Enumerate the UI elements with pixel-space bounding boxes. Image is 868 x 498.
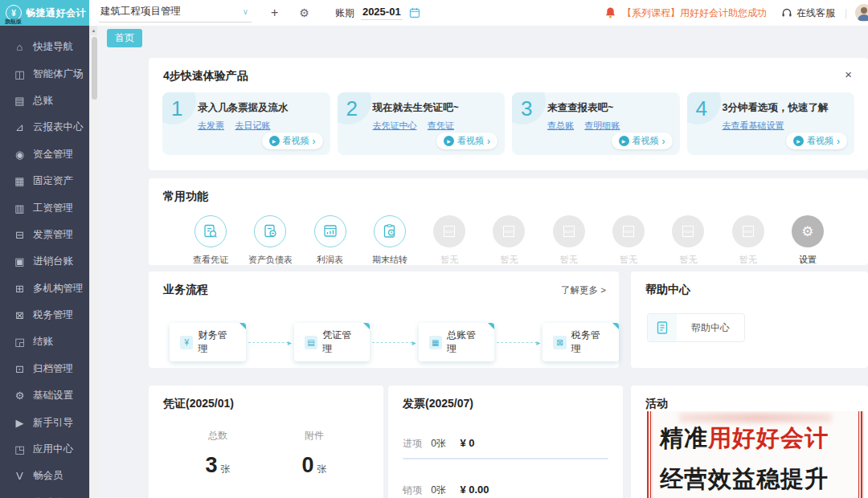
plaza-icon: ◫ [14,68,26,80]
sidebar-item-app-center[interactable]: ◳应用中心 [0,436,89,463]
step-title: 录入几条票据及流水 [198,101,322,115]
tax-icon: ⊠ [553,336,566,349]
sidebar-item-archive[interactable]: ⊡归档管理 [0,356,89,382]
voucher-total-label: 总数 [205,429,230,443]
sidebar-item-agent-plaza[interactable]: ◫智能体广场 [0,60,89,87]
scrollbar-thumb[interactable] [92,37,97,100]
bell-icon[interactable] [604,6,616,19]
sidebar-item-label: 快捷导航 [33,40,73,54]
sidebar-item-closing[interactable]: ◲结账 [0,329,89,355]
settings-gear-icon[interactable]: ⚙ [299,6,309,19]
workflow-node-voucher[interactable]: ▤ 凭证管理 [294,323,371,361]
step-number: 1 [171,96,182,121]
period-value[interactable]: 2025-01 [361,6,403,20]
sidebar-item-label: 税务管理 [33,308,73,322]
step-number: 3 [521,96,532,121]
tax-icon: ⊠ [14,309,26,321]
sidebar-item-fixed-assets[interactable]: ▦固定资产 [0,168,89,194]
user-avatar[interactable] [855,4,868,22]
sidebar-item-quick-nav[interactable]: ⌂快捷导航 [0,34,89,60]
sidebar-item-basic-settings[interactable]: ⚙基础设置 [0,382,89,409]
sidebar-item-label: 新手引导 [33,416,73,430]
finance-icon: ¥ [180,336,193,349]
function-profit-statement[interactable]: 利润表 [304,215,357,266]
sidebar-item-label: 畅会员 [33,469,63,483]
help-center-card[interactable]: 帮助中心 [647,313,745,342]
calendar-icon[interactable] [409,7,420,18]
sidebar-item-label: 发票管理 [33,228,73,242]
sidebar-scrollbar[interactable]: ▲ [89,26,97,498]
unit-label: 张 [317,463,327,475]
placeholder-icon: icon [553,215,585,247]
watch-video-button[interactable]: ▶ 看视频 › [612,133,673,149]
sidebar-menu: ⌂快捷导航 ◫智能体广场 ▤总账 ⊿云报表中心 ◉资金管理 ▦固定资产 ▥工资管… [0,26,89,498]
function-empty-slot: icon 暂无 [602,215,655,266]
link-go-journal[interactable]: 去日记账 [235,120,270,130]
link-view-voucher[interactable]: 查凭证 [428,120,454,130]
link-ledger[interactable]: 查总账 [547,120,574,130]
sidebar-item-member[interactable]: Ⅴ畅会员 [0,463,89,489]
watch-video-label: 看视频 [633,135,659,147]
sidebar-item-beginner-guide[interactable]: ▶新手引导 [0,409,89,435]
watch-video-label: 看视频 [457,135,484,147]
step-number: 2 [346,96,358,121]
watch-video-label: 看视频 [807,135,833,147]
sidebar-item-general-ledger[interactable]: ▤总账 [0,88,89,114]
close-icon[interactable]: × [845,67,852,81]
banner-watermark [679,413,832,422]
function-label: 设置 [799,254,817,266]
tab-home[interactable]: 首页 [107,29,142,47]
function-balance-sheet[interactable]: 资产负债表 [244,215,297,266]
function-period-end-closing[interactable]: 期末结转 [363,215,416,266]
invoice-input-label: 进项 [403,438,422,449]
play-icon: ▶ [444,136,454,146]
function-empty-slot: icon 暂无 [661,215,714,266]
function-label: 期末结转 [372,254,407,266]
sidebar-item-payroll[interactable]: ▥工资管理 [0,194,89,221]
promo-banner[interactable]: 精准用好好会计 经营效益稳提升 成本 / 费用管控 / ● 智能分析 ● 合规高… [647,411,864,498]
workflow-node-finance[interactable]: ¥ 财务管理 [170,323,246,361]
sidebar-item-purchase-sales[interactable]: ▣进销台账 [0,248,89,275]
voucher-attachments: 附件 0张 [301,429,326,478]
chart-icon: ⊿ [14,121,26,133]
link-detail-ledger[interactable]: 查明细账 [584,120,620,130]
function-empty-slot: icon 暂无 [423,215,476,266]
function-view-voucher[interactable]: 查看凭证 [184,215,237,266]
invoice-icon: ⊟ [14,229,26,241]
function-settings[interactable]: ⚙ 设置 [781,215,834,266]
company-selector[interactable]: 建筑工程项目管理 ∨ [99,3,252,22]
sidebar-item-tax-mgmt[interactable]: ⊠税务管理 [0,302,89,329]
watch-video-button[interactable]: ▶ 看视频 › [436,133,497,149]
function-label: 暂无 [620,254,637,266]
course-notice-link[interactable]: 【系列课程】用好好会计助您成功 [622,6,767,20]
step-number: 4 [696,96,707,121]
sidebar-item-label: 总账 [33,94,53,108]
online-service-button[interactable]: 在线客服 [781,6,835,20]
link-go-invoice[interactable]: 去发票 [198,120,224,130]
online-service-label: 在线客服 [796,6,835,20]
workflow-node-tax[interactable]: ⊠ 税务管理 [542,323,619,361]
payroll-icon: ▥ [14,202,26,214]
sidebar-item-label: 归档管理 [33,362,73,376]
workflow-node-label: 总账管理 [447,329,484,356]
function-empty-slot: icon 暂无 [542,215,596,266]
link-voucher-center[interactable]: 去凭证中心 [373,120,417,130]
watch-video-button[interactable]: ▶ 看视频 › [786,133,847,149]
sidebar-item-funds[interactable]: ◉资金管理 [0,141,89,168]
learn-more-link[interactable]: 了解更多 > [561,284,606,296]
workflow-node-label: 财务管理 [198,329,235,356]
ledger-icon: ▤ [14,95,26,107]
add-account-button[interactable]: + [271,6,278,20]
scroll-up-arrow-icon[interactable]: ▲ [90,26,97,35]
workflow-node-ledger[interactable]: ▦ 总账管理 [419,323,495,361]
sidebar-item-business-finance[interactable]: ⊕业财融合 [0,490,89,498]
watch-video-button[interactable]: ▶ 看视频 › [262,133,323,149]
sidebar-item-cloud-reports[interactable]: ⊿云报表中心 [0,114,89,141]
voucher-total-value: 3 [205,453,217,477]
sidebar-item-label: 结账 [33,335,53,349]
period-end-closing-icon [374,215,406,247]
sidebar-item-invoice-mgmt[interactable]: ⊟发票管理 [0,222,89,248]
sidebar-item-multi-org[interactable]: ⊞多机构管理 [0,276,89,302]
link-basic-settings[interactable]: 去查看基础设置 [723,120,784,130]
banner-red-stripe [858,411,864,498]
